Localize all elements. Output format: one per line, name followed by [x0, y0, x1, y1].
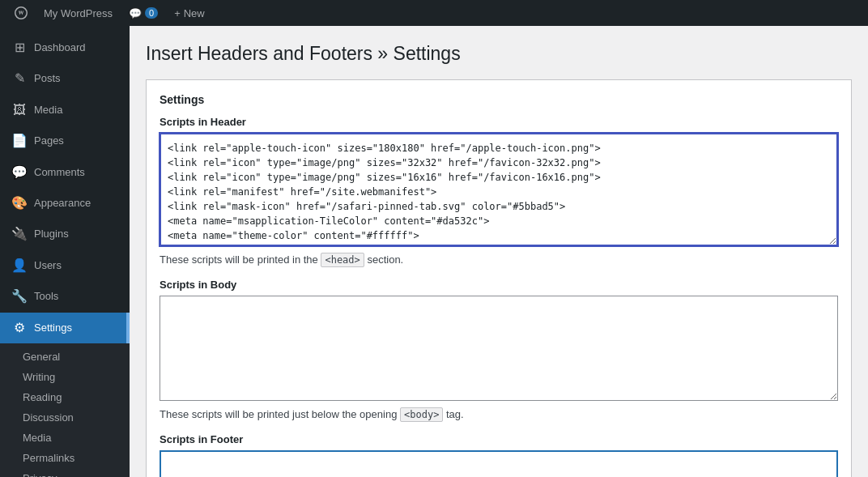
- submenu-reading[interactable]: Reading: [0, 387, 130, 407]
- settings-submenu: General Writing Reading Discussion Media…: [0, 343, 130, 477]
- submenu-general[interactable]: General: [0, 347, 130, 367]
- scripts-footer-group: Scripts in Footer: [160, 433, 838, 477]
- new-content-menu[interactable]: + New: [166, 0, 213, 26]
- sidebar-item-comments[interactable]: 💬 Comments: [0, 157, 130, 188]
- sidebar-item-users[interactable]: 👤 Users: [0, 250, 130, 281]
- settings-section: Settings Scripts in Header These scripts…: [146, 79, 852, 477]
- media-icon: 🖼: [11, 101, 28, 119]
- scripts-body-group: Scripts in Body These scripts will be pr…: [160, 279, 838, 420]
- wp-logo[interactable]: [6, 0, 36, 26]
- sidebar-item-appearance[interactable]: 🎨 Appearance: [0, 188, 130, 219]
- settings-icon: ⚙: [11, 319, 28, 337]
- body-code-inline: <body>: [400, 407, 443, 422]
- users-icon: 👤: [11, 257, 28, 275]
- scripts-body-description: These scripts will be printed just below…: [160, 408, 838, 420]
- sidebar-label-dashboard: Dashboard: [34, 40, 86, 55]
- plugins-icon: 🔌: [11, 225, 28, 243]
- submenu-permalinks[interactable]: Permalinks: [0, 448, 130, 468]
- sidebar-label-settings: Settings: [34, 321, 72, 335]
- sidebar-label-appearance: Appearance: [34, 196, 91, 211]
- submenu-privacy[interactable]: Privacy: [0, 468, 130, 477]
- sidebar-label-posts: Posts: [34, 71, 61, 86]
- appearance-icon: 🎨: [11, 194, 28, 212]
- scripts-header-description: These scripts will be printed in the <he…: [160, 253, 838, 266]
- submenu-media-settings[interactable]: Media: [0, 428, 130, 448]
- comment-icon: 💬: [129, 7, 142, 19]
- posts-icon: ✎: [11, 70, 28, 87]
- scripts-header-group: Scripts in Header These scripts will be …: [160, 116, 838, 266]
- comments-link[interactable]: 💬 0: [121, 0, 166, 26]
- sidebar-label-pages: Pages: [34, 134, 64, 148]
- admin-sidebar: ⊞ Dashboard ✎ Posts 🖼 Media 📄 Pages 💬 Co…: [0, 26, 130, 477]
- sidebar-label-plugins: Plugins: [34, 227, 69, 241]
- scripts-header-label: Scripts in Header: [160, 116, 838, 128]
- main-content: Insert Headers and Footers » Settings Se…: [130, 26, 868, 477]
- submenu-writing[interactable]: Writing: [0, 367, 130, 387]
- page-title: Insert Headers and Footers » Settings: [146, 42, 852, 66]
- submenu-discussion[interactable]: Discussion: [0, 407, 130, 428]
- sidebar-item-pages[interactable]: 📄 Pages: [0, 126, 130, 156]
- dashboard-icon: ⊞: [11, 39, 28, 57]
- sidebar-item-dashboard[interactable]: ⊞ Dashboard: [0, 32, 130, 63]
- sidebar-item-media[interactable]: 🖼 Media: [0, 95, 130, 126]
- scripts-body-label: Scripts in Body: [160, 279, 838, 291]
- scripts-footer-textarea[interactable]: [160, 450, 838, 477]
- scripts-footer-label: Scripts in Footer: [160, 433, 838, 445]
- sidebar-item-posts[interactable]: ✎ Posts: [0, 63, 130, 94]
- sidebar-item-tools[interactable]: 🔧 Tools: [0, 281, 130, 312]
- pages-icon: 📄: [11, 132, 28, 150]
- content-wrap: ⊞ Dashboard ✎ Posts 🖼 Media 📄 Pages 💬 Co…: [0, 26, 868, 477]
- sidebar-label-users: Users: [34, 258, 62, 273]
- comments-count: 0: [145, 7, 158, 19]
- comments-menu-icon: 💬: [11, 164, 28, 181]
- head-code-inline: <head>: [321, 253, 364, 267]
- scripts-header-textarea[interactable]: [160, 133, 838, 246]
- tools-icon: 🔧: [11, 287, 28, 305]
- admin-bar: My WordPress 💬 0 + New: [0, 0, 868, 26]
- sidebar-label-media: Media: [34, 103, 62, 117]
- sidebar-item-settings[interactable]: ⚙ Settings: [0, 313, 130, 343]
- sidebar-label-tools: Tools: [34, 289, 58, 304]
- site-name[interactable]: My WordPress: [36, 0, 121, 26]
- section-title: Settings: [160, 93, 838, 106]
- sidebar-label-comments: Comments: [34, 165, 85, 180]
- sidebar-item-plugins[interactable]: 🔌 Plugins: [0, 219, 130, 249]
- scripts-body-textarea[interactable]: [160, 296, 838, 401]
